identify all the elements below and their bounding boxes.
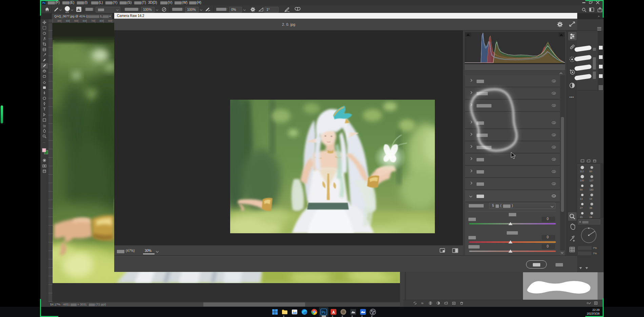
svg-text:Ps: Ps [322, 311, 326, 314]
svg-text:fx: fx [421, 302, 424, 305]
